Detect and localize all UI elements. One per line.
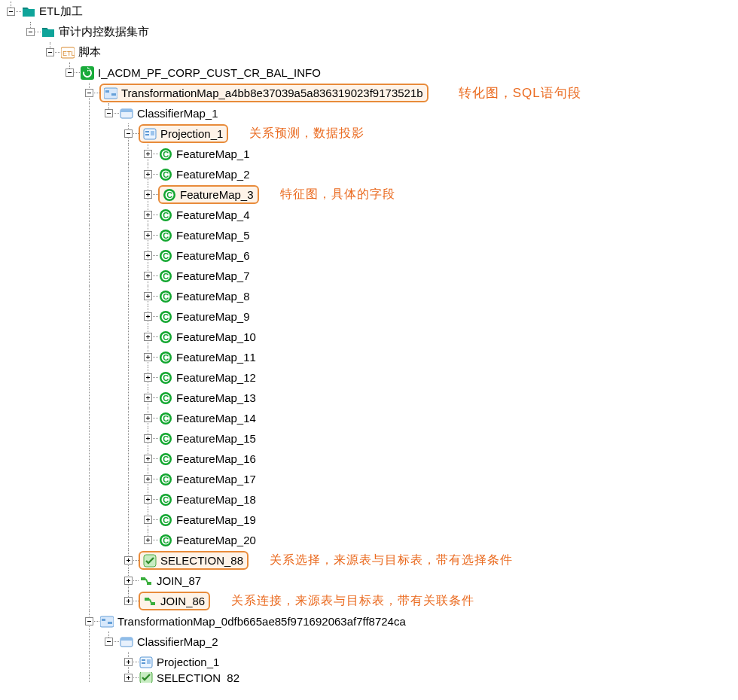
tree-item[interactable]: TransformationMap_0dfb665ae85f971692063a… (116, 615, 407, 628)
tree-item[interactable]: ClassifierMap_2 (136, 635, 220, 648)
tree-item[interactable]: FeatureMap_9 (175, 310, 252, 323)
tree-item[interactable]: FeatureMap_4 (175, 208, 252, 221)
annotation: 关系预测，数据投影 (249, 126, 364, 142)
expander[interactable] (144, 170, 152, 178)
selection-icon (139, 672, 154, 683)
tree-item[interactable]: FeatureMap_15 (175, 432, 258, 445)
expander[interactable] (144, 394, 152, 402)
featuremap-icon (158, 168, 173, 181)
featuremap-icon (158, 391, 173, 405)
join-icon (139, 574, 154, 588)
annotation: 关系连接，来源表与目标表，带有关联条件 (231, 593, 474, 609)
expander[interactable] (144, 495, 152, 504)
tree-item[interactable]: FeatureMap_6 (175, 249, 252, 262)
tree-item[interactable]: FeatureMap_13 (175, 391, 258, 404)
expander[interactable] (144, 455, 152, 463)
expander[interactable] (124, 658, 133, 666)
featuremap-icon (158, 269, 173, 283)
selection-icon (142, 554, 157, 568)
folder-icon (41, 26, 56, 39)
tree-item[interactable]: FeatureMap_10 (175, 330, 258, 343)
tree-item[interactable]: I_ACDM_PF_CORP_CUST_CR_BAL_INFO (96, 66, 322, 79)
featuremap-icon (158, 148, 173, 161)
projection-icon (142, 127, 157, 141)
tree-item[interactable]: FeatureMap_8 (175, 290, 252, 303)
featuremap-icon (158, 310, 173, 324)
tree-item[interactable]: Projection_1 (155, 656, 221, 668)
featuremap-icon (158, 290, 173, 303)
tree-item[interactable]: ETL加工 (38, 5, 84, 19)
expander[interactable] (124, 674, 133, 682)
annotation: 关系选择，来源表与目标表，带有选择条件 (270, 552, 513, 568)
tree-item[interactable]: FeatureMap_7 (175, 269, 252, 282)
tree-item[interactable]: FeatureMap_12 (175, 371, 258, 384)
tree-item[interactable]: FeatureMap_1 (175, 148, 252, 160)
expander[interactable] (124, 597, 133, 605)
tree-item[interactable]: 审计内控数据集市 (57, 25, 151, 39)
tree-item[interactable]: 脚本 (77, 45, 102, 59)
transformationmap-icon (99, 615, 114, 628)
expander[interactable] (144, 272, 152, 280)
tree-item-highlighted[interactable]: Projection_1 (139, 124, 228, 143)
expander[interactable] (144, 312, 152, 321)
featuremap-icon (158, 493, 173, 507)
expander[interactable] (124, 129, 133, 138)
tree-item[interactable]: FeatureMap_14 (175, 412, 258, 425)
expander[interactable] (144, 353, 152, 361)
tree-item[interactable]: SELECTION_82 (155, 672, 241, 683)
featuremap-icon (158, 513, 173, 527)
featuremap-icon (158, 229, 173, 242)
tree-item[interactable]: JOIN_87 (155, 574, 203, 587)
expander[interactable] (144, 292, 152, 300)
annotation: 转化图，SQL语句段 (459, 84, 581, 102)
annotation: 特征图，具体的字段 (280, 187, 395, 202)
featuremap-icon (158, 473, 173, 486)
tree-item[interactable]: FeatureMap_16 (175, 452, 258, 465)
tree-item[interactable]: FeatureMap_5 (175, 229, 252, 242)
expander[interactable] (85, 89, 93, 97)
etl-icon (60, 46, 75, 59)
expander[interactable] (124, 556, 133, 565)
tree-item[interactable]: FeatureMap_11 (175, 351, 258, 364)
expander[interactable] (144, 536, 152, 544)
expander[interactable] (7, 8, 15, 16)
expander[interactable] (144, 251, 152, 260)
expander[interactable] (144, 373, 152, 382)
tree-item[interactable]: FeatureMap_17 (175, 473, 258, 485)
expander[interactable] (144, 333, 152, 341)
classifiermap-icon (119, 107, 134, 120)
classifiermap-icon (119, 635, 134, 649)
expander[interactable] (144, 475, 152, 483)
projection-icon (139, 656, 154, 669)
tree-item[interactable]: FeatureMap_19 (175, 513, 258, 526)
expander[interactable] (124, 577, 133, 585)
tree-item-highlighted[interactable]: TransformationMap_a4bb8e37039a5a83631902… (99, 84, 428, 102)
tree-item[interactable]: FeatureMap_20 (175, 534, 258, 546)
expander[interactable] (105, 109, 113, 117)
tree-item-highlighted[interactable]: FeatureMap_3 (158, 185, 259, 204)
expander[interactable] (46, 48, 54, 56)
expander[interactable] (85, 617, 93, 625)
featuremap-icon (158, 432, 173, 446)
tree-item[interactable]: FeatureMap_18 (175, 493, 258, 506)
expander[interactable] (144, 434, 152, 443)
featuremap-icon (158, 534, 173, 547)
expander[interactable] (144, 414, 152, 422)
tree-item[interactable]: ClassifierMap_1 (136, 107, 220, 120)
expander[interactable] (26, 28, 35, 36)
expander[interactable] (144, 231, 152, 239)
expander[interactable] (66, 68, 74, 77)
expander[interactable] (144, 516, 152, 524)
transformationmap-icon (103, 87, 118, 100)
expander[interactable] (144, 150, 152, 158)
featuremap-icon (158, 371, 173, 385)
folder-icon (21, 5, 36, 19)
expander[interactable] (105, 638, 113, 646)
tree-item[interactable]: FeatureMap_2 (175, 168, 252, 181)
featuremap-icon (158, 452, 173, 466)
expander[interactable] (144, 211, 152, 219)
expander[interactable] (144, 190, 152, 199)
featuremap-icon (158, 330, 173, 344)
tree-item-highlighted[interactable]: SELECTION_88 (139, 551, 249, 570)
tree-item-highlighted[interactable]: JOIN_86 (139, 592, 210, 610)
